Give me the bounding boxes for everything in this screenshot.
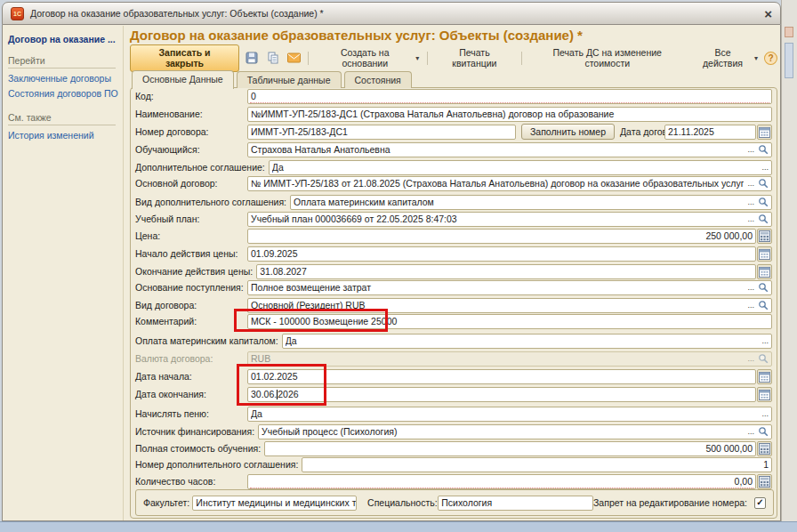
field-row-comment: Комментарий:МСК - 100000 Возмещение 2500…	[135, 313, 772, 329]
field-row-full-cost: Полная стоимость обучения:500 000,00	[135, 440, 772, 456]
print-receipt-button[interactable]: Печать квитанции	[433, 45, 516, 70]
ellipsis-button[interactable]: ...	[747, 355, 754, 363]
funding-source-field[interactable]: Учебный процесс (Психология)...	[258, 424, 772, 439]
agreement-kind-value: Оплата материнским капиталом	[294, 197, 744, 207]
ellipsis-button[interactable]: ...	[761, 164, 769, 172]
lock-number-checkbox[interactable]: ✓	[754, 497, 766, 509]
magnifier-icon[interactable]	[758, 282, 769, 293]
magnifier-icon[interactable]	[758, 353, 769, 364]
speciality-label: Специальность:	[367, 497, 434, 508]
magnifier-icon[interactable]	[758, 214, 769, 224]
field-row-price-end: Окончание действия цены:31.08.2027	[135, 263, 772, 279]
speciality-field[interactable]: Психология	[438, 496, 593, 511]
sidebar: Договор на оказание ... Перейти Заключен…	[3, 26, 124, 520]
fill-number-button[interactable]: Заполнить номер	[521, 124, 615, 140]
field-row-code: Код:0	[135, 88, 772, 104]
field-row-agreement-kind: Вид дополнительного соглашения:Оплата ма…	[135, 194, 772, 210]
agreement-number-field[interactable]: 1	[302, 457, 772, 472]
currency-label: Валюта договора:	[135, 353, 247, 364]
window-title: Договор на оказание образовательных услу…	[30, 8, 324, 19]
ellipsis-button[interactable]: ...	[747, 284, 754, 292]
contract-number-field[interactable]: ИММТ-УП-25/183-ДС1	[247, 125, 516, 140]
main-contract-label: Основной договор:	[135, 178, 247, 189]
tab-main-data[interactable]: Основные Данные	[132, 70, 234, 89]
calendar-icon[interactable]	[757, 264, 772, 279]
full-cost-label: Полная стоимость обучения:	[135, 443, 264, 454]
close-icon[interactable]: ×	[764, 7, 772, 20]
calendar-icon[interactable]	[757, 125, 772, 140]
sidebar-link-change-history[interactable]: История изменений	[8, 130, 119, 141]
save-and-close-button[interactable]: Записать и закрыть	[130, 44, 239, 72]
student-label: Обучающийся:	[135, 144, 247, 155]
magnifier-icon[interactable]	[758, 178, 769, 189]
student-field[interactable]: Страхова Наталья Анатольевна...	[247, 142, 772, 157]
field-row-date-end: Дата окончания:30.06.2026	[135, 386, 772, 402]
field-row-student: Обучающийся:Страхова Наталья Анатольевна…	[135, 141, 772, 157]
magnifier-icon[interactable]	[758, 144, 769, 155]
ellipsis-button[interactable]: ...	[747, 428, 754, 436]
calculator-icon[interactable]	[757, 229, 772, 244]
tab-states[interactable]: Состояния	[344, 71, 412, 88]
calculator-icon[interactable]	[757, 441, 772, 456]
annotation-box-dates	[237, 364, 326, 406]
contract-date-field[interactable]: 21.11.2025	[664, 125, 756, 140]
penalty-field[interactable]: Да...	[247, 407, 772, 422]
calendar-icon[interactable]	[757, 369, 772, 384]
save-icon[interactable]	[243, 50, 261, 67]
ellipsis-button[interactable]: ...	[747, 215, 754, 223]
footer-group: Факультет: Институт медицины и медицинск…	[135, 489, 774, 516]
mail-icon[interactable]	[286, 50, 303, 67]
sidebar-link-concluded-contracts[interactable]: Заключенные договоры	[8, 73, 119, 84]
calendar-icon[interactable]	[757, 246, 772, 262]
field-row-receipt-basis: Основание поступления:Полное возмещение …	[135, 279, 772, 295]
background-fragment	[785, 43, 793, 78]
magnifier-icon[interactable]	[758, 300, 769, 310]
price-start-field[interactable]: 01.09.2025	[247, 246, 756, 262]
price-end-label: Окончание действия цены:	[135, 266, 256, 277]
sidebar-current-item[interactable]: Договор на оказание ...	[8, 34, 119, 44]
student-value: Страхова Наталья Анатольевна	[251, 144, 744, 155]
name-label: Наименование:	[135, 109, 247, 119]
price-end-value: 31.08.2027	[260, 266, 753, 277]
curriculum-label: Учебный план:	[135, 214, 247, 224]
maternity-payment-value: Да	[286, 335, 759, 346]
maternity-payment-field[interactable]: Да...	[282, 334, 772, 349]
price-value: 250 000,00	[251, 230, 753, 241]
magnifier-icon[interactable]	[758, 197, 769, 207]
ellipsis-button[interactable]: ...	[761, 337, 769, 345]
price-field[interactable]: 250 000,00	[247, 229, 756, 244]
sidebar-link-contract-states[interactable]: Состояния договоров ПО	[8, 88, 119, 99]
contract-date-label: Дата договора:	[620, 126, 661, 137]
price-end-field[interactable]: 31.08.2027	[256, 264, 756, 279]
agreement-number-value: 1	[305, 459, 769, 470]
receipt-basis-field[interactable]: Полное возмещение затрат...	[247, 280, 772, 295]
ellipsis-button[interactable]: ...	[747, 146, 754, 154]
full-cost-field[interactable]: 500 000,00	[264, 441, 756, 456]
help-icon[interactable]: ?	[764, 52, 777, 65]
create-based-on-button[interactable]: Создать на основании▾	[314, 45, 422, 70]
print-ds-button[interactable]: Печать ДС на изменение стоимости	[527, 45, 688, 70]
curriculum-field[interactable]: Учебный план 000036669 от 22.05.2025 8:4…	[247, 212, 772, 227]
name-field[interactable]: №ИММТ-УП-25/183-ДС1 (Страхова Наталья Ан…	[247, 107, 772, 122]
additional-agreement-field[interactable]: Да...	[269, 160, 772, 175]
background-window-edge	[781, 0, 797, 521]
magnifier-icon[interactable]	[758, 426, 769, 437]
ellipsis-button[interactable]: ...	[747, 180, 754, 188]
tab-tabular-data[interactable]: Табличные данные	[237, 71, 342, 88]
date-start-label: Дата начала:	[135, 371, 247, 382]
agreement-kind-field[interactable]: Оплата материнским капиталом...	[290, 195, 772, 210]
all-actions-button[interactable]: Все действия▾	[691, 45, 761, 70]
calculator-icon[interactable]	[757, 474, 772, 489]
faculty-field[interactable]: Институт медицины и медицинских технолог…	[192, 496, 357, 511]
ellipsis-button[interactable]: ...	[747, 198, 754, 206]
field-row-name: Наименование:№ИММТ-УП-25/183-ДС1 (Страхо…	[135, 106, 772, 122]
ellipsis-button[interactable]: ...	[761, 410, 769, 418]
calendar-icon[interactable]	[757, 387, 772, 402]
code-field[interactable]: 0	[247, 89, 772, 104]
print-icon[interactable]	[264, 50, 282, 67]
hours-field[interactable]: 0,00	[247, 474, 756, 489]
main-contract-field[interactable]: № ИММТ-УП-25/183 от 21.08.2025 (Страхова…	[247, 176, 772, 191]
ellipsis-button[interactable]: ...	[747, 302, 754, 310]
toolbar-separator	[427, 52, 428, 65]
price-start-label: Начало действия цены:	[135, 248, 247, 259]
